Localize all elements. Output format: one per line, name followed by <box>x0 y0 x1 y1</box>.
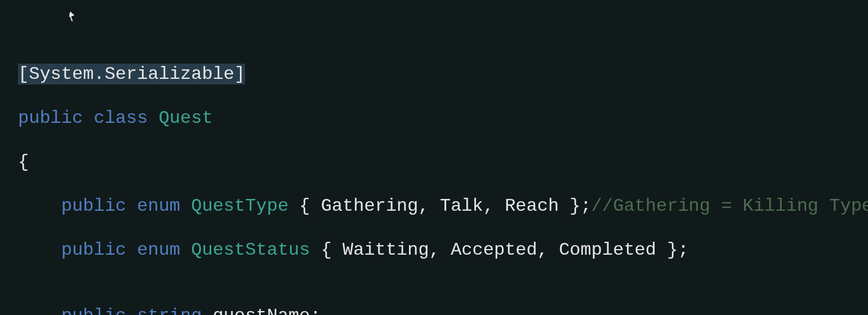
tok-keyword: public <box>61 305 126 315</box>
code-line: public enum QuestType { Gathering, Talk,… <box>18 195 868 217</box>
code-line: [System.Serializable] <box>18 63 868 85</box>
tok-body: { Gathering, Talk, Reach }; <box>288 196 591 216</box>
tok-bracket: [ <box>18 64 29 85</box>
code-line: { <box>18 151 868 173</box>
tok-type-keyword: string <box>137 305 202 315</box>
tok-bracket: ] <box>234 64 245 85</box>
tok-attr: Serializable <box>105 64 234 85</box>
code-line: public class Quest <box>18 107 868 129</box>
code-line: public enum QuestStatus { Waitting, Acce… <box>18 239 868 261</box>
tok-keyword: public <box>18 108 83 128</box>
code-line: public string questName; <box>18 305 868 315</box>
tok-keyword: class <box>94 108 148 128</box>
tok-enum-name: QuestType <box>191 196 288 216</box>
tok-keyword: public <box>61 239 126 260</box>
tok-body: { Waitting, Accepted, Completed }; <box>310 239 688 260</box>
mouse-cursor-icon <box>69 12 78 25</box>
tok-comment: //Gathering = Killing Type <box>591 196 868 216</box>
tok-namespace: System <box>29 64 94 85</box>
tok-keyword: enum <box>137 239 180 260</box>
tok-class-name: Quest <box>159 108 213 128</box>
tok-keyword: enum <box>137 196 180 216</box>
tok-keyword: public <box>61 196 126 216</box>
tok-enum-name: QuestStatus <box>191 239 310 260</box>
code-editor[interactable]: [System.Serializable] public class Quest… <box>0 0 868 315</box>
tok-field: questName; <box>202 305 321 315</box>
tok-dot: . <box>94 64 104 85</box>
tok-brace: { <box>18 152 29 172</box>
